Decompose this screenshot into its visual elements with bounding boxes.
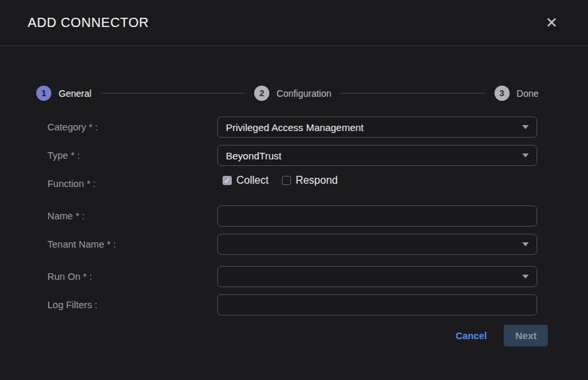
modal-footer: Cancel Next [0,325,588,346]
run-on-select[interactable] [217,266,537,287]
step-number-badge: 3 [494,86,510,101]
form-row-tenant-name: Tenant Name * : [47,234,537,255]
caret-down-icon [522,242,529,246]
name-input[interactable] [217,205,537,227]
caret-down-icon [522,153,529,157]
category-select-value: Privileged Access Management [226,122,517,133]
form-row-log-filters: Log Filters : [47,294,537,315]
category-select[interactable]: Privileged Access Management [217,117,537,138]
tenant-name-label: Tenant Name * : [47,239,217,250]
add-connector-modal: ADD CONNECTOR ✕ 1 General 2 Configuratio… [0,0,588,380]
log-filters-input[interactable] [217,294,537,315]
step-label: Done [517,88,539,99]
name-label: Name * : [47,211,217,221]
form-row-category: Category * : Privileged Access Managemen… [47,117,537,138]
function-label: Function * : [47,178,217,189]
checkbox-checked-icon[interactable]: ✓ [223,176,232,185]
next-button[interactable]: Next [504,325,548,346]
step-label: General [59,88,92,99]
caret-down-icon [522,125,529,129]
form-row-run-on: Run On * : [47,266,537,287]
category-label: Category * : [47,122,217,132]
type-select[interactable]: BeyondTrust [217,145,537,166]
step-configuration: 2 Configuration [254,86,331,101]
collect-checkbox[interactable]: ✓ Collect [223,175,269,186]
connector-form: Category * : Privileged Access Managemen… [0,117,588,315]
step-label: Configuration [277,88,331,99]
step-number-badge: 1 [36,86,51,101]
respond-checkbox-label: Respond [296,175,338,186]
type-select-value: BeyondTrust [226,150,517,161]
form-row-function: Function * : ✓ Collect Respond [47,173,537,194]
step-number-badge: 2 [254,86,269,101]
collect-checkbox-label: Collect [236,175,269,186]
modal-title: ADD CONNECTOR [28,15,149,30]
cancel-button[interactable]: Cancel [456,331,487,341]
respond-checkbox[interactable]: Respond [282,175,338,186]
log-filters-label: Log Filters : [47,300,217,310]
close-icon[interactable]: ✕ [543,14,560,32]
type-label: Type * : [47,150,217,161]
tenant-name-select[interactable] [217,234,537,255]
step-done: 3 Done [494,86,539,101]
caret-down-icon [522,275,529,279]
checkbox-unchecked-icon[interactable] [282,176,291,185]
modal-header: ADD CONNECTOR ✕ [0,0,588,46]
step-connector-line [340,93,485,94]
form-row-type: Type * : BeyondTrust [47,145,537,166]
run-on-label: Run On * : [47,271,217,282]
form-row-name: Name * : [47,205,537,227]
step-general: 1 General [36,86,92,101]
modal-body: 1 General 2 Configuration 3 Done Categor… [0,46,588,380]
function-checkbox-group: ✓ Collect Respond [217,175,537,186]
step-connector-line [101,93,245,94]
wizard-stepper: 1 General 2 Configuration 3 Done [0,86,588,101]
